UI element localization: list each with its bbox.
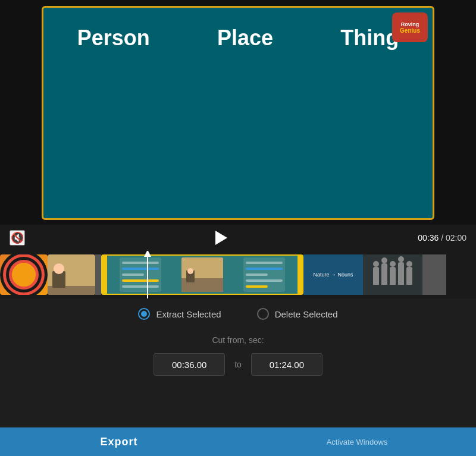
mini-line-blue: [122, 268, 159, 270]
cut-inputs: to: [154, 353, 322, 376]
circle-icon: [9, 260, 39, 290]
radio-section: Extract Selected Delete Selected: [0, 298, 476, 329]
cut-to-input[interactable]: [251, 353, 322, 376]
play-area: [32, 228, 411, 247]
video-frame: Person Place Thing Roving Genius: [42, 6, 434, 220]
mini-line-2: [122, 285, 159, 288]
time-display: 00:36 / 02:00: [418, 233, 466, 243]
ml2: [246, 268, 283, 270]
thumb-right-partial: [422, 254, 446, 295]
segment-handle-left[interactable]: [102, 256, 107, 294]
video-container: Person Place Thing Roving Genius: [0, 0, 476, 225]
controls-bar: 🔇 00:36 / 02:00: [0, 225, 476, 251]
segment-content: [102, 256, 302, 294]
ml5: [246, 285, 268, 288]
mute-button[interactable]: 🔇: [10, 230, 25, 246]
cut-section: Cut from, sec: to: [0, 329, 476, 385]
time-separator: /: [441, 233, 446, 243]
mini-line: [122, 262, 159, 264]
total-time: 02:00: [446, 233, 466, 243]
person-3: [390, 267, 396, 285]
extract-radio[interactable]: [138, 308, 150, 320]
delete-radio[interactable]: [257, 308, 269, 320]
export-button[interactable]: Export: [0, 427, 238, 456]
timeline-track: Nature → Nouns: [0, 251, 476, 298]
mini-slide-1: [120, 257, 161, 292]
playhead[interactable]: [147, 251, 148, 298]
mini-char: [181, 257, 223, 292]
delete-label: Delete Selected: [275, 309, 338, 319]
thumb-nature: Nature → Nouns: [303, 254, 363, 295]
video-word-thing: Thing: [340, 26, 399, 51]
video-word-person: Person: [77, 26, 150, 51]
logo-badge: Roving Genius: [392, 12, 428, 42]
thumb-people: [363, 254, 422, 295]
head: [54, 263, 64, 274]
play-button[interactable]: [212, 228, 231, 247]
thumb-gap: [95, 254, 101, 295]
person-4: [398, 262, 404, 285]
mini-line-short: [122, 273, 144, 276]
to-separator: to: [234, 360, 242, 369]
logo-top: Roving: [401, 21, 419, 27]
extract-option[interactable]: Extract Selected: [138, 308, 221, 320]
person-1: [373, 267, 379, 285]
mini-slide-2: [243, 257, 285, 292]
video-word-place: Place: [217, 26, 273, 51]
cut-from-input[interactable]: [154, 353, 225, 376]
activate-label: Activate Windows: [327, 438, 388, 446]
cut-label: Cut from, sec:: [212, 335, 264, 345]
person-5: [406, 267, 412, 285]
selected-segment[interactable]: [101, 254, 303, 295]
delete-option[interactable]: Delete Selected: [257, 308, 338, 320]
timeline-area[interactable]: Nature → Nouns: [0, 251, 476, 298]
mini-line-yellow: [122, 279, 159, 282]
activate-windows: Activate Windows: [238, 427, 476, 456]
head-mini: [187, 268, 193, 274]
ml4: [246, 279, 283, 282]
logo-bottom: Genius: [400, 27, 420, 34]
thumb-2: [48, 254, 95, 295]
ml1: [246, 262, 283, 264]
segment-handle-right[interactable]: [298, 256, 302, 294]
export-bar: Export Activate Windows: [0, 427, 476, 456]
spacer: [0, 385, 476, 427]
current-time: 00:36: [418, 233, 439, 243]
thumb-1: [0, 254, 48, 295]
play-icon: [215, 231, 227, 245]
nature-text: Nature → Nouns: [313, 272, 353, 278]
person-2: [381, 263, 387, 285]
extract-label: Extract Selected: [156, 309, 221, 319]
ml3: [246, 273, 268, 276]
people-silhouettes: [373, 262, 412, 287]
